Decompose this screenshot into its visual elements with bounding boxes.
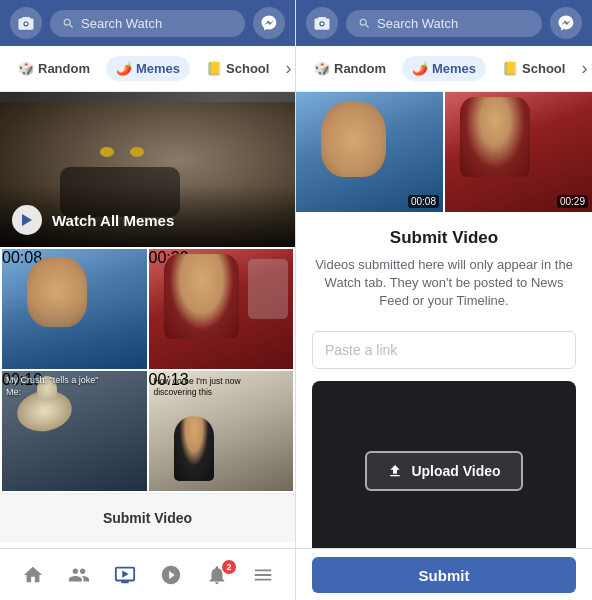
left-tab-memes[interactable]: 🌶️ Memes xyxy=(106,56,190,81)
submit-modal-header: Submit Video Videos submitted here will … xyxy=(296,212,592,319)
right-school-emoji: 📒 xyxy=(502,61,518,76)
nav-menu[interactable] xyxy=(240,560,286,590)
left-tab-random-label: Random xyxy=(38,61,90,76)
submit-modal-title: Submit Video xyxy=(312,228,576,248)
svg-point-4 xyxy=(321,22,324,25)
school-emoji: 📒 xyxy=(206,61,222,76)
notification-badge: 2 xyxy=(222,560,236,574)
submit-button[interactable]: Submit xyxy=(312,557,576,593)
nav-watch[interactable] xyxy=(102,560,148,590)
right-tab-school-label: School xyxy=(522,61,565,76)
left-header: Search Watch xyxy=(0,0,295,46)
submit-modal: Submit Video Videos submitted here will … xyxy=(296,212,592,548)
right-search-bar[interactable]: Search Watch xyxy=(346,10,542,37)
right-header: Search Watch xyxy=(296,0,592,46)
more-tabs-arrow[interactable]: › xyxy=(285,58,291,79)
banner-title: Watch All Memes xyxy=(52,212,174,229)
video-thumb-4[interactable]: How come I'm just nowdiscovering this 00… xyxy=(149,371,294,491)
guy-body xyxy=(174,416,214,481)
right-tab-random-label: Random xyxy=(334,61,386,76)
right-scroll-area: 00:08 00:29 Submit Video Videos submitte… xyxy=(296,92,592,548)
top-video-strip: 00:08 00:29 xyxy=(296,92,592,212)
right-random-emoji: 🎲 xyxy=(314,61,330,76)
nav-friends[interactable] xyxy=(56,560,102,590)
left-bottom-nav: 2 xyxy=(0,548,295,600)
nav-notifications[interactable]: 2 xyxy=(194,560,240,590)
left-tab-memes-label: Memes xyxy=(136,61,180,76)
right-search-text: Search Watch xyxy=(377,16,458,31)
left-tab-school-label: School xyxy=(226,61,269,76)
right-tab-memes[interactable]: 🌶️ Memes xyxy=(402,56,486,81)
featured-banner[interactable]: Watch All Memes xyxy=(0,92,295,247)
left-tabs-row: 🎲 Random 🌶️ Memes 📒 School › xyxy=(0,46,295,92)
random-emoji: 🎲 xyxy=(18,61,34,76)
upload-area[interactable]: Upload Video xyxy=(312,381,576,548)
video-caption-3: My Crush: "tells a joke"Me: xyxy=(6,375,98,398)
strip-thumb-2[interactable]: 00:29 xyxy=(445,92,592,212)
play-button[interactable] xyxy=(12,205,42,235)
video-thumb-3[interactable]: My Crush: "tells a joke"Me: 00:10 xyxy=(2,371,147,491)
nav-home[interactable] xyxy=(10,560,56,590)
upload-button-label: Upload Video xyxy=(411,463,500,479)
messenger-icon[interactable] xyxy=(253,7,285,39)
banner-overlay: Watch All Memes xyxy=(0,185,295,247)
strip-boy-face xyxy=(321,102,386,177)
paste-link-placeholder: Paste a link xyxy=(325,342,397,358)
svg-point-2 xyxy=(25,22,28,25)
right-panel: Search Watch 🎲 Random 🌶️ Memes 📒 School … xyxy=(296,0,592,600)
video-grid: 00:08 00:29 My Crush: "tells a joke"Me: … xyxy=(0,247,295,493)
right-tab-memes-label: Memes xyxy=(432,61,476,76)
right-messenger-icon[interactable] xyxy=(550,7,582,39)
camera-icon[interactable] xyxy=(10,7,42,39)
left-search-text: Search Watch xyxy=(81,16,162,31)
video-thumb-1[interactable]: 00:08 xyxy=(2,249,147,369)
right-tabs-row: 🎲 Random 🌶️ Memes 📒 School › xyxy=(296,46,592,92)
left-search-bar[interactable]: Search Watch xyxy=(50,10,245,37)
gift-box xyxy=(248,259,288,319)
right-more-tabs-arrow[interactable]: › xyxy=(581,58,587,79)
right-camera-icon[interactable] xyxy=(306,7,338,39)
christmas-person xyxy=(164,254,239,339)
cat-eye-right xyxy=(130,147,144,157)
strip-christmas xyxy=(460,97,530,177)
submit-modal-description: Videos submitted here will only appear i… xyxy=(312,256,576,311)
left-tab-school[interactable]: 📒 School xyxy=(196,56,279,81)
strip-thumb-1[interactable]: 00:08 xyxy=(296,92,443,212)
nav-groups[interactable] xyxy=(148,560,194,590)
submit-preview-text: Submit Video xyxy=(103,510,192,526)
upload-video-button[interactable]: Upload Video xyxy=(365,451,522,491)
left-panel: Search Watch 🎲 Random 🌶️ Memes 📒 School … xyxy=(0,0,296,600)
right-memes-emoji: 🌶️ xyxy=(412,61,428,76)
right-tab-school[interactable]: 📒 School xyxy=(492,56,575,81)
submit-preview-bar[interactable]: Submit Video xyxy=(0,493,295,542)
submit-button-bar: Submit xyxy=(296,548,592,600)
right-tab-random[interactable]: 🎲 Random xyxy=(304,56,396,81)
video-thumb-2[interactable]: 00:29 xyxy=(149,249,294,369)
cat-eye-left xyxy=(100,147,114,157)
overlay xyxy=(2,249,147,369)
video-caption-4: How come I'm just nowdiscovering this xyxy=(154,376,241,398)
strip-duration-1: 00:08 xyxy=(408,195,439,208)
left-scroll-area: Watch All Memes 00:08 00:29 xyxy=(0,92,295,548)
memes-emoji: 🌶️ xyxy=(116,61,132,76)
left-tab-random[interactable]: 🎲 Random xyxy=(8,56,100,81)
strip-duration-2: 00:29 xyxy=(557,195,588,208)
paste-link-input[interactable]: Paste a link xyxy=(312,331,576,369)
